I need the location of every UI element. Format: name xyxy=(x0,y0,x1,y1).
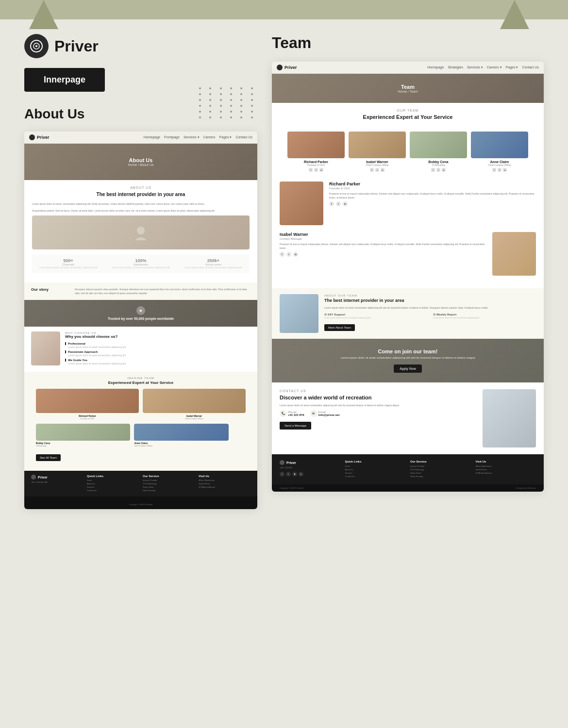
team-footer-visit-2: Smart Phone xyxy=(476,468,536,471)
why-item-1: Professional Lorem ipsum dolor sit amet … xyxy=(65,342,251,348)
more-about-team-btn[interactable]: More About Team xyxy=(324,324,355,331)
team-card-2-role: Chief Creative Officer xyxy=(349,164,406,166)
footer-col-visit: Visit Us 4River Warehouse Smart Phone 32… xyxy=(199,475,251,493)
stat-channels-num: 500+ xyxy=(39,258,97,263)
dot-pattern xyxy=(194,83,262,123)
team-footer-col-brand: Priver +48 1 123 456 f t ▶ in xyxy=(280,460,340,479)
about-our-story: Our story Nusquam aliorum paulum vitae q… xyxy=(24,282,257,300)
team-in-icon: in xyxy=(299,472,303,477)
team-preview-members: Richard Parker Founder & CEO Isabel Warn… xyxy=(31,389,251,420)
team-footer-link-home: Home xyxy=(345,465,406,467)
phone-icon: 📞 xyxy=(280,410,286,417)
footer-quick-title: Quick Links xyxy=(87,475,139,478)
isabel-detail-info: Isabel Warner Content Manager Praesent i… xyxy=(280,232,486,257)
isabel-in-icon: in xyxy=(293,252,298,257)
play-button[interactable]: ▶ xyxy=(136,306,145,315)
footer-col-quick: Quick Links Home About Us Services Conta… xyxy=(87,475,139,493)
team-about-title: The best internet provider in your area xyxy=(324,298,536,304)
team-nav-link-3: Services ▾ xyxy=(467,66,483,69)
footer-service-4: Home Security xyxy=(143,489,195,492)
about-video-section: ▶ Trusted by over 50,000 people worldwid… xyxy=(24,300,257,327)
feature-support: ⊙ 24/7 Support Lorem ipsum dolor sit ame… xyxy=(324,313,427,319)
footer-link-services: Services xyxy=(87,486,139,488)
email-info: Email: info@priver.net xyxy=(318,411,340,416)
team-contact-section: CONTACT US Discover a wider world of rec… xyxy=(272,382,544,454)
team-card-1-name: Richard Parker xyxy=(287,160,345,164)
team-footer-quick-title: Quick Links xyxy=(345,460,406,463)
isabel-text: Praesent id erat ut mauris malesuada ult… xyxy=(280,242,486,250)
feature-report: ⊙ Weekly Report Lorem ipsum dolor sit am… xyxy=(433,313,536,319)
richard-socials: f t in xyxy=(329,201,536,206)
about-nav-link-3: Services ▾ xyxy=(184,135,200,139)
team-footer-col-service: Our Service Internet Provider TV & Strea… xyxy=(410,460,471,479)
team-footer-link-contact: Contact Us xyxy=(345,475,406,478)
footer-phone: +48 1 123 456 789 xyxy=(31,481,83,484)
about-us-browser: Priver Homepage Frontpage Services ▾ Car… xyxy=(24,132,257,509)
team-sub-member-1: Bobby Cena UI Branding xyxy=(36,424,130,447)
stat-satisfaction-num: 100% xyxy=(112,258,170,263)
stat-satisfaction-desc: Lorem ipsum dolor sit amet consectetur a… xyxy=(112,266,170,269)
team-member-2-photo xyxy=(143,389,246,413)
stat-users-desc: Lorem ipsum dolor sit amet consectetur a… xyxy=(184,266,242,269)
footer-service-title: Our Service xyxy=(143,475,195,478)
innerpage-btn[interactable]: Innerpage xyxy=(24,68,105,92)
team-detail-section: Richard Parker Founder & CEO Praesent id… xyxy=(272,182,544,288)
team-card-4-socials: f t in xyxy=(471,168,528,172)
play-icon: ▶ xyxy=(140,309,142,313)
team-card-2-name: Isabel Warner xyxy=(349,160,406,164)
about-nav-links: Homepage Frontpage Services ▾ Careers Pa… xyxy=(144,135,252,139)
team-nav-link-4: Careers ▾ xyxy=(487,66,502,69)
team-footer-credit: Designed by Talentium xyxy=(517,487,536,489)
team-card-2: Isabel Warner Chief Creative Officer f t… xyxy=(349,132,406,172)
team-card-2-tw-icon: t xyxy=(375,168,379,172)
contact-text: Lorem ipsum dolor sit amet consectetur a… xyxy=(280,403,476,407)
team-page-title: Team xyxy=(272,34,544,52)
see-all-team-btn[interactable]: See All Team xyxy=(36,454,61,461)
stat-channels-desc: Lorem ipsum dolor sit amet consectetur a… xyxy=(39,266,97,269)
about-img-icon xyxy=(131,223,150,242)
email-value: info@priver.net xyxy=(318,414,340,416)
stat-users: 250k+ Active users Lorem ipsum dolor sit… xyxy=(184,258,242,269)
brand-logo-icon xyxy=(29,39,44,53)
send-message-btn[interactable]: Send a Message xyxy=(280,422,311,430)
richard-text: Praesent id erat ut mauris malesuada ult… xyxy=(329,192,536,199)
isabel-tw-icon: t xyxy=(286,252,291,257)
team-preview-rows: Bobby Cena UI Branding Anne Claire Chief… xyxy=(31,420,251,449)
team-preview-member-2: Isabel Warner Chief Creative Officer xyxy=(143,389,246,420)
isabel-fb-icon: f xyxy=(280,252,284,257)
stat-channels: 500+ Channels Lorem ipsum dolor sit amet… xyxy=(39,258,97,269)
team-member-1-role: Founder & CEO xyxy=(36,417,139,420)
footer-col-brand: Priver +48 1 123 456 789 xyxy=(31,475,83,493)
team-member-2-role: Chief Creative Officer xyxy=(143,417,246,420)
team-footer-service-1: Internet Provider xyxy=(410,465,471,467)
apply-now-btn[interactable]: Apply Now xyxy=(394,364,421,373)
team-card-4-photo xyxy=(471,132,528,158)
team-card-3-fb-icon: f xyxy=(431,168,435,172)
team-card-2-photo xyxy=(349,132,406,158)
team-footer-phone: +48 1 123 456 xyxy=(280,466,340,469)
contact-photo xyxy=(483,389,536,447)
richard-fb-icon: f xyxy=(329,201,334,206)
team-footer-visit-title: Visit Us xyxy=(476,460,536,463)
why-item-1-title: Professional xyxy=(65,342,251,345)
about-mini-hero: About Us Home / About Us xyxy=(24,144,257,180)
about-para-2: Suspendisse potenti. Sed vel lacus. Done… xyxy=(32,209,250,213)
footer-link-contact: Contact Us xyxy=(87,489,139,492)
team-footer-service-title: Our Service xyxy=(410,460,471,463)
see-all-team-btn-wrapper[interactable]: See All Team xyxy=(31,449,251,466)
team-card-1-socials: f t in xyxy=(287,168,345,172)
stat-users-num: 250k+ xyxy=(184,258,242,263)
team-mini-hero: Team Home / Team xyxy=(272,74,544,103)
team-footer: Priver +48 1 123 456 f t ▶ in Quick Link… xyxy=(272,454,544,484)
team-footer-link-services: Services xyxy=(345,472,406,474)
contact-title: Discover a wider world of recreation xyxy=(280,394,476,401)
team-footer-col-quick: Quick Links Home About Us Services Conta… xyxy=(345,460,406,479)
why-item-3-title: We Guide You xyxy=(65,359,251,362)
team-section-title: Experienced Expert at Your Service xyxy=(280,114,536,121)
team-contact-info: CONTACT US Discover a wider world of rec… xyxy=(280,389,476,447)
team-card-4-fb-icon: f xyxy=(492,168,496,172)
richard-name: Richard Parker xyxy=(329,182,536,186)
why-item-3-text: Lorem ipsum dolor sit amet consectetur a… xyxy=(65,362,251,365)
phone-value: +41 321 876 xyxy=(288,414,304,416)
team-card-4-in-icon: in xyxy=(503,168,507,172)
